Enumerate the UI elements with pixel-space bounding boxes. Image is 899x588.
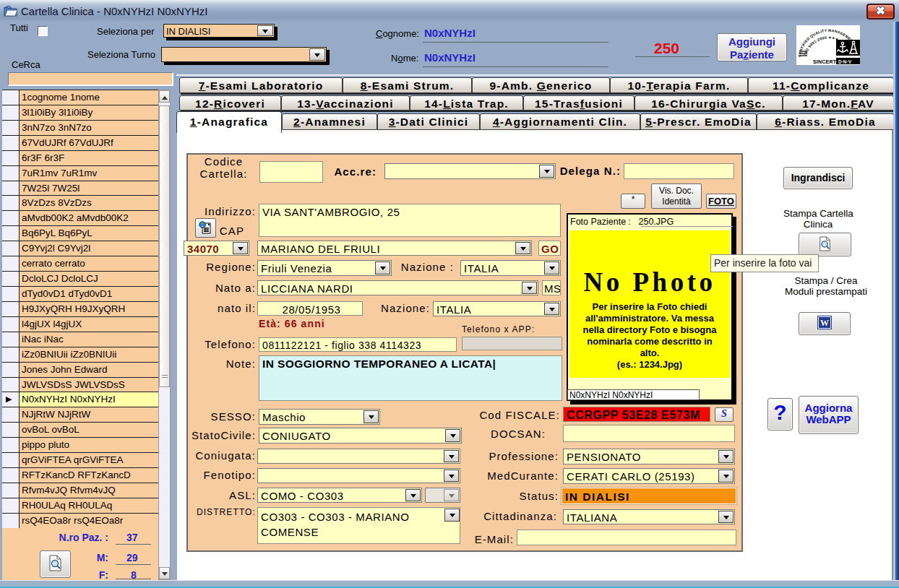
svg-text:D·N·V: D·N·V bbox=[838, 59, 852, 64]
svg-text:SINCERT: SINCERT bbox=[813, 59, 837, 64]
svg-text:W: W bbox=[820, 318, 829, 328]
